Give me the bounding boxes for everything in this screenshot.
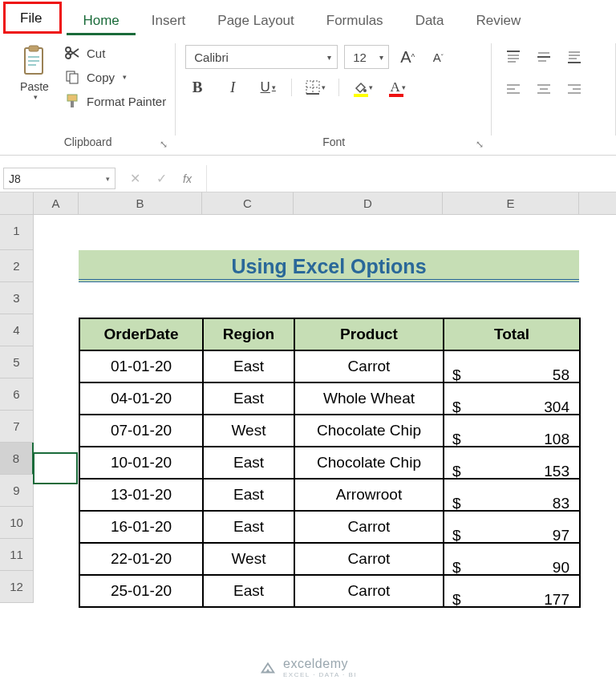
italic-button[interactable]: I [221, 75, 245, 99]
decrease-font-button[interactable]: Aˇ [426, 45, 450, 69]
fill-color-button[interactable]: ▾ [351, 75, 375, 99]
cell[interactable]: East [203, 479, 294, 511]
cell[interactable]: $90 [444, 543, 580, 575]
borders-button[interactable]: ▾ [303, 75, 327, 99]
header-total[interactable]: Total [444, 318, 580, 350]
fx-button[interactable]: fx [183, 172, 192, 185]
cell[interactable]: Carrot [294, 511, 444, 543]
col-header-c[interactable]: C [202, 192, 294, 214]
chevron-down-icon: ▾ [123, 73, 127, 81]
header-product[interactable]: Product [294, 318, 444, 350]
col-header-a[interactable]: A [34, 192, 79, 214]
tab-page-layout[interactable]: Page Layout [201, 5, 310, 35]
cell[interactable]: 01-01-20 [79, 350, 203, 382]
paste-button[interactable]: Paste ▾ [10, 40, 59, 136]
cells-area[interactable]: Using Excel Options OrderDate Region Pro… [34, 215, 616, 603]
formula-input[interactable] [206, 165, 616, 192]
cell[interactable]: East [203, 350, 294, 382]
align-bottom-button[interactable] [562, 45, 586, 69]
name-box[interactable]: J8 ▾ [3, 168, 116, 189]
tab-data[interactable]: Data [399, 5, 460, 35]
align-right-button[interactable] [562, 77, 586, 101]
row-header[interactable]: 11 [0, 539, 34, 571]
col-header-d[interactable]: D [294, 192, 443, 214]
cell[interactable]: 04-01-20 [79, 382, 203, 415]
dialog-launcher-icon[interactable]: ⤡ [160, 138, 168, 151]
cell[interactable]: $83 [444, 479, 580, 511]
chevron-down-icon: ▾ [369, 83, 373, 91]
watermark: exceldemy EXCEL · DATA · BI [259, 657, 357, 678]
tab-review[interactable]: Review [460, 5, 537, 35]
align-middle-button[interactable] [532, 45, 556, 69]
cell[interactable]: West [203, 543, 294, 575]
enter-icon[interactable]: ✓ [156, 171, 167, 186]
row-header[interactable]: 12 [0, 571, 34, 603]
tab-insert[interactable]: Insert [136, 5, 202, 35]
dialog-launcher-icon[interactable]: ⤡ [476, 138, 484, 151]
row-header[interactable]: 6 [0, 378, 34, 411]
cell[interactable]: $177 [444, 575, 580, 607]
cell[interactable]: Whole Wheat [294, 382, 444, 415]
amount: 304 [544, 399, 569, 416]
copy-label: Copy [87, 71, 115, 84]
cut-button[interactable]: Cut [64, 45, 166, 61]
cell[interactable]: Arrowroot [294, 479, 444, 511]
cell[interactable]: East [203, 382, 294, 415]
underline-button[interactable]: U▾ [256, 75, 280, 99]
bold-button[interactable]: B [185, 75, 209, 99]
svg-rect-4 [28, 64, 36, 66]
cell[interactable]: $108 [444, 415, 580, 447]
underline-label: U [261, 79, 270, 95]
cell[interactable]: $97 [444, 511, 580, 543]
cell[interactable]: Chocolate Chip [294, 415, 444, 447]
cell[interactable]: $304 [444, 382, 580, 415]
row-header[interactable]: 2 [0, 250, 34, 282]
cell[interactable]: Carrot [294, 575, 444, 607]
tab-formulas[interactable]: Formulas [310, 5, 399, 35]
cell[interactable]: West [203, 415, 294, 447]
col-header-e[interactable]: E [443, 192, 579, 214]
cell[interactable]: 07-01-20 [79, 415, 203, 447]
cancel-icon[interactable]: ✕ [130, 171, 140, 186]
cell[interactable]: $58 [444, 350, 580, 382]
font-name-dropdown[interactable]: Calibri ▾ [185, 45, 338, 69]
cell[interactable]: Carrot [294, 350, 444, 382]
row-header[interactable]: 9 [0, 475, 34, 507]
cell[interactable]: Carrot [294, 543, 444, 575]
header-orderdate[interactable]: OrderDate [79, 318, 203, 350]
align-top-button[interactable] [501, 45, 525, 69]
row-header[interactable]: 3 [0, 282, 34, 314]
currency-symbol: $ [452, 591, 461, 609]
increase-font-button[interactable]: A^ [395, 45, 419, 69]
format-painter-button[interactable]: Format Painter [64, 93, 166, 109]
row-header[interactable]: 4 [0, 314, 34, 346]
align-middle-icon [536, 49, 552, 65]
cell[interactable]: East [203, 511, 294, 543]
row-header[interactable]: 1 [0, 215, 34, 250]
name-box-value: J8 [9, 172, 21, 185]
align-center-button[interactable] [532, 77, 556, 101]
row-header[interactable]: 7 [0, 411, 34, 443]
header-region[interactable]: Region [203, 318, 294, 350]
copy-button[interactable]: Copy ▾ [64, 69, 166, 85]
cell[interactable]: East [203, 447, 294, 479]
row-header[interactable]: 10 [0, 507, 34, 539]
row-header[interactable]: 8 [0, 443, 34, 475]
select-all-corner[interactable] [0, 192, 34, 214]
font-color-button[interactable]: A▾ [386, 75, 410, 99]
cell[interactable]: 25-01-20 [79, 575, 203, 607]
cell[interactable]: 22-01-20 [79, 543, 203, 575]
title-cell[interactable]: Using Excel Options [79, 250, 579, 282]
cell[interactable]: East [203, 575, 294, 607]
cell[interactable]: 13-01-20 [79, 479, 203, 511]
align-left-button[interactable] [501, 77, 525, 101]
cell[interactable]: Chocolate Chip [294, 447, 444, 479]
tab-file[interactable]: File [3, 2, 62, 34]
font-size-dropdown[interactable]: 12 ▾ [344, 45, 389, 69]
cell[interactable]: $153 [444, 447, 580, 479]
row-header[interactable]: 5 [0, 346, 34, 378]
tab-home[interactable]: Home [67, 5, 135, 35]
cell[interactable]: 10-01-20 [79, 447, 203, 479]
cell[interactable]: 16-01-20 [79, 511, 203, 543]
col-header-b[interactable]: B [79, 192, 202, 214]
